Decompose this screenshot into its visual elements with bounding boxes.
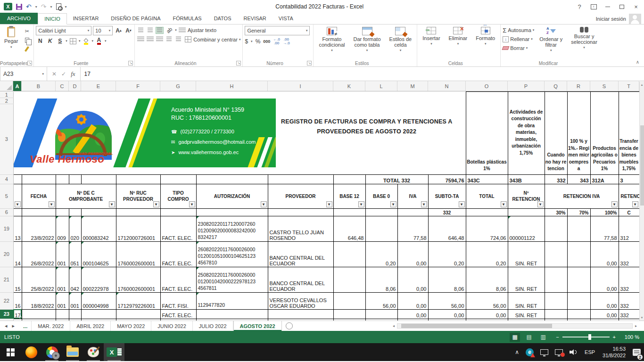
formula-input[interactable]: 17 bbox=[81, 67, 644, 81]
save-icon[interactable] bbox=[16, 4, 22, 10]
col-header-I[interactable]: I bbox=[268, 81, 333, 91]
filter-icon[interactable]: ▾ bbox=[632, 201, 638, 207]
vertical-scrollbar[interactable]: ▴ ▾ bbox=[639, 82, 644, 321]
add-sheet-button[interactable] bbox=[286, 322, 293, 329]
filter-icon[interactable]: ▾ bbox=[109, 201, 115, 207]
filter-icon[interactable]: ▾ bbox=[153, 201, 159, 207]
filter-icon[interactable]: ▾ bbox=[189, 201, 195, 207]
horizontal-scroll-thumb[interactable] bbox=[401, 324, 552, 328]
row-header-19[interactable]: 19 bbox=[0, 216, 13, 241]
alignment-dialog-launcher[interactable]: ↘ bbox=[236, 61, 241, 66]
language-indicator[interactable]: ESP bbox=[581, 349, 599, 355]
row-header-24[interactable]: 24 bbox=[0, 319, 13, 321]
sheet-tab-agosto-2022[interactable]: AGOSTO 2022 bbox=[233, 321, 282, 331]
fill-handle[interactable] bbox=[20, 317, 22, 319]
page-layout-view-button[interactable]: ▤ bbox=[524, 333, 534, 342]
fill-color-button[interactable]: ◇ bbox=[82, 37, 90, 45]
clock[interactable]: 16:53 31/8/2022 bbox=[599, 346, 629, 359]
decrease-indent-icon[interactable] bbox=[165, 36, 173, 43]
row-header-1[interactable]: 1 bbox=[0, 92, 13, 98]
merge-center-button[interactable]: Combinar y centrar bbox=[193, 37, 238, 42]
align-bottom-icon[interactable] bbox=[156, 27, 164, 34]
scroll-up-icon[interactable]: ▴ bbox=[641, 82, 643, 88]
col-header-L[interactable]: L bbox=[365, 81, 397, 91]
row-header-6[interactable]: 6 bbox=[0, 208, 13, 216]
volume-icon[interactable] bbox=[566, 343, 581, 361]
scroll-down-icon[interactable]: ▾ bbox=[641, 315, 643, 321]
total-value-cell[interactable]: 7594,76 bbox=[428, 174, 466, 184]
col-header-A[interactable]: A bbox=[13, 81, 22, 91]
start-button[interactable] bbox=[0, 343, 21, 361]
sheet-tab-abril-2022[interactable]: ABRIL 2022 bbox=[70, 321, 111, 331]
cell-O3[interactable]: Botellas plásticas 1% bbox=[466, 92, 508, 175]
ribbon-display-button[interactable]: ↑ bbox=[586, 1, 601, 12]
align-center-icon[interactable] bbox=[146, 36, 154, 43]
format-cells-button[interactable]: Formato ▾ bbox=[472, 26, 498, 59]
name-box[interactable]: A23 ▾ bbox=[0, 67, 47, 81]
sign-in[interactable]: Iniciar sesión bbox=[596, 14, 644, 24]
col-header-T[interactable]: T bbox=[619, 81, 639, 91]
cell-T3[interactable]: Transferencia de bienes muebles 1,75% bbox=[619, 92, 639, 175]
merge-dropdown-icon[interactable]: ▾ bbox=[239, 38, 241, 41]
sheet-tab-julio-2022[interactable]: JULIO 2022 bbox=[193, 321, 233, 331]
tab-formulas[interactable]: FÓRMULAS bbox=[167, 13, 208, 24]
cut-button[interactable]: ✂ bbox=[22, 27, 32, 35]
delete-cells-button[interactable]: Eliminar ▾ bbox=[446, 26, 471, 59]
close-button[interactable]: × bbox=[629, 1, 643, 12]
col-header-O[interactable]: O bbox=[466, 81, 508, 91]
header-autorizacion[interactable]: AUTORIZACIÓN▾ bbox=[196, 184, 268, 208]
font-dialog-launcher[interactable]: ↘ bbox=[128, 61, 133, 66]
sheet-nav-next-icon[interactable]: ▸ bbox=[12, 323, 15, 329]
col-header-K[interactable]: K bbox=[333, 81, 365, 91]
sheet-tab-mayo-2022[interactable]: MAYO 2022 bbox=[111, 321, 151, 331]
taskbar-explorer[interactable] bbox=[62, 343, 83, 361]
percent-button[interactable]: % bbox=[256, 38, 261, 45]
filter-icon[interactable]: ▾ bbox=[611, 201, 618, 207]
total-label-cell[interactable]: TOTAL 332 bbox=[365, 174, 428, 184]
clear-button[interactable]: Borrar▾ bbox=[503, 44, 534, 52]
filter-icon[interactable]: ▾ bbox=[358, 201, 364, 207]
col-header-P[interactable]: P bbox=[508, 81, 545, 91]
zoom-in-button[interactable]: + bbox=[613, 334, 616, 340]
insert-cells-button[interactable]: Insertar ▾ bbox=[419, 26, 443, 59]
thousands-button[interactable]: 000 bbox=[263, 39, 270, 44]
normal-view-button[interactable]: ▦ bbox=[510, 333, 520, 342]
print-preview-icon[interactable] bbox=[56, 3, 61, 10]
col-header-R[interactable]: R bbox=[567, 81, 590, 91]
filter-icon[interactable]: ▾ bbox=[15, 201, 21, 207]
cell-S3[interactable]: Productos agricoilas o Pecuarios 1% bbox=[590, 92, 619, 175]
filter-icon[interactable]: ▾ bbox=[261, 201, 267, 207]
fill-button[interactable]: ↓ Rellenar▾ bbox=[503, 35, 534, 43]
restore-button[interactable] bbox=[615, 1, 629, 12]
filter-icon[interactable]: ▾ bbox=[421, 201, 427, 207]
header-comprobante[interactable]: Nº DE C OMPROBANTE▾ bbox=[56, 184, 116, 208]
filter-icon[interactable]: ▾ bbox=[501, 201, 507, 207]
underline-button[interactable]: S bbox=[56, 37, 64, 45]
taskbar-chrome[interactable] bbox=[41, 343, 62, 361]
row-header-5[interactable]: 5 bbox=[0, 184, 13, 208]
col-header-M[interactable]: M bbox=[397, 81, 428, 91]
col-header-S[interactable]: S bbox=[590, 81, 619, 91]
tab-revisar[interactable]: REVISAR bbox=[238, 13, 272, 24]
cell-P3[interactable]: Actividades de construcción de obra mate… bbox=[508, 92, 545, 175]
row-header-21[interactable]: 21 bbox=[0, 267, 13, 292]
paste-button[interactable]: Pegar ▾ bbox=[2, 26, 20, 59]
col-header-D[interactable]: D bbox=[69, 81, 81, 91]
number-dialog-launcher[interactable]: ↘ bbox=[307, 61, 312, 66]
tray-app-icon[interactable]: e bbox=[522, 343, 537, 361]
font-color-dropdown-icon[interactable]: ▾ bbox=[105, 39, 107, 43]
name-box-dropdown-icon[interactable]: ▾ bbox=[42, 72, 44, 76]
font-size-select[interactable]: 10▾ bbox=[93, 26, 113, 35]
copy-button[interactable] bbox=[22, 36, 32, 44]
tab-insertar[interactable]: INSERTAR bbox=[67, 13, 105, 24]
cell-R3[interactable]: 100 % y 1%.- Regimen microempresa bbox=[567, 92, 590, 175]
horizontal-scrollbar[interactable]: ◂ ▸ bbox=[391, 321, 644, 331]
tab-datos[interactable]: DATOS bbox=[208, 13, 238, 24]
orientation-button[interactable]: ab bbox=[164, 24, 175, 36]
taskbar-firefox[interactable] bbox=[21, 343, 41, 361]
col-header-F[interactable]: F bbox=[116, 81, 160, 91]
autosum-button[interactable]: Σ Autosuma▾ bbox=[503, 26, 534, 34]
conditional-formatting-button[interactable]: Formato condicional ▾ bbox=[315, 26, 348, 59]
increase-indent-icon[interactable] bbox=[174, 36, 182, 43]
row-header-20[interactable]: 20 bbox=[0, 241, 13, 267]
